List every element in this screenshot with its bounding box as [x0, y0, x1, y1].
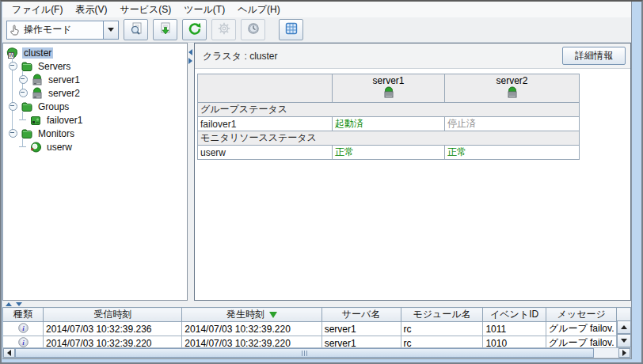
- tree-item-label: cluster: [22, 47, 53, 59]
- column-header-occurred-time[interactable]: 発生時刻: [182, 308, 322, 322]
- tree-item-server2[interactable]: server2: [3, 86, 187, 100]
- event-id-cell: 1011: [483, 322, 546, 336]
- tree-connector-line: [22, 112, 23, 120]
- cluster-status-table: server1 server2 グループステータス failover1 起動済 …: [197, 74, 580, 160]
- menu-service[interactable]: サービス(S): [113, 2, 177, 17]
- status-column-server1: server1: [333, 74, 445, 103]
- operation-mode-value: 操作モード: [21, 23, 103, 36]
- tree-item-label: failover1: [45, 115, 84, 126]
- scroll-right-button[interactable]: [618, 348, 630, 358]
- hand-icon: [9, 24, 21, 36]
- tree-item-server1[interactable]: server1: [3, 73, 187, 86]
- column-header-server-name[interactable]: サーバ名: [322, 308, 401, 322]
- reload-button[interactable]: [182, 19, 207, 40]
- detail-panel: クラスタ : cluster 詳細情報 server1 server2 グループ…: [194, 43, 631, 301]
- server-icon: [31, 74, 44, 86]
- cluster-tree: W cluster Servers server1: [3, 44, 187, 300]
- toolbar: 操作モード: [2, 17, 631, 43]
- status-row-name: userw: [198, 146, 333, 160]
- tree-item-label: server2: [47, 88, 82, 99]
- menu-help[interactable]: ヘルプ(H): [231, 2, 287, 17]
- menu-bar: ファイル(F) 表示(V) サービス(S) ツール(T) ヘルプ(H): [2, 2, 632, 17]
- detail-info-button[interactable]: 詳細情報: [562, 47, 626, 65]
- column-header-received-time[interactable]: 受信時刻: [44, 308, 182, 322]
- splitter-expand-right-icon[interactable]: [188, 58, 192, 64]
- server-icon: [506, 90, 519, 101]
- event-occurred-cell: 2014/07/03 10:32:39.220: [182, 322, 322, 336]
- status-value-cell: 正常: [333, 146, 445, 160]
- column-header-event-id[interactable]: イベントID: [483, 308, 546, 322]
- tree-item-servers[interactable]: Servers: [3, 59, 187, 73]
- column-header-message[interactable]: メッセージ: [546, 308, 617, 322]
- scroll-left-button[interactable]: [3, 348, 15, 358]
- detail-panel-header: クラスタ : cluster 詳細情報: [195, 44, 630, 69]
- splitter-expand-down-icon[interactable]: [16, 302, 22, 306]
- window-frame: ファイル(F) 表示(V) サービス(S) ツール(T) ヘルプ(H) 操作モー…: [0, 0, 643, 364]
- vertical-scroll-down-button[interactable]: [617, 334, 631, 347]
- tree-expand-toggle[interactable]: [9, 62, 17, 70]
- vertical-scroll-up-button[interactable]: [617, 320, 631, 334]
- server-icon: [382, 90, 395, 101]
- tree-item-label: Groups: [36, 101, 70, 112]
- splitter-collapse-left-icon[interactable]: [188, 49, 192, 55]
- collect-logs-button[interactable]: [153, 19, 177, 40]
- tree-item-label: Servers: [36, 61, 72, 72]
- tree-expand-toggle[interactable]: [19, 89, 28, 97]
- tree-item-cluster[interactable]: W cluster: [3, 46, 187, 59]
- status-value-cell: 起動済: [333, 117, 445, 131]
- grid-icon: [284, 21, 299, 39]
- server-column-label: server2: [447, 75, 576, 86]
- event-log-table: 種類 受信時刻 発生時刻 サーバ名 モジュール名 イベントID メッセージ i …: [2, 307, 631, 351]
- horizontal-scroll-thumb[interactable]: [15, 348, 594, 358]
- navigation-tree-panel: W cluster Servers server1: [2, 43, 188, 301]
- event-type-cell: i: [3, 322, 44, 336]
- status-value-cell: 正常: [445, 146, 580, 160]
- monitor-icon: [29, 141, 42, 154]
- tree-item-label: userw: [45, 142, 74, 153]
- tree-expand-toggle[interactable]: [19, 75, 28, 84]
- menu-view[interactable]: 表示(V): [69, 2, 113, 17]
- tree-item-failover1[interactable]: failover1: [3, 113, 187, 127]
- operation-mode-select[interactable]: 操作モード: [6, 21, 119, 40]
- menu-file[interactable]: ファイル(F): [6, 2, 69, 17]
- integrated-manager-button[interactable]: [279, 19, 303, 40]
- monitor-status-section-header: モニタリソースステータス: [198, 131, 580, 146]
- splitter-collapse-up-icon[interactable]: [6, 302, 12, 306]
- svg-text:W: W: [9, 52, 14, 58]
- column-header-type[interactable]: 種類: [3, 308, 44, 322]
- clock-icon: [246, 21, 261, 39]
- group-icon: [29, 114, 42, 127]
- menu-tool[interactable]: ツール(T): [177, 2, 231, 17]
- settings-button[interactable]: [211, 19, 236, 40]
- horizontal-splitter[interactable]: [2, 301, 631, 307]
- gear-icon: [217, 21, 231, 39]
- status-corner-cell: [198, 74, 333, 103]
- event-server-cell: server1: [322, 322, 401, 336]
- status-column-server2: server2: [445, 74, 580, 103]
- tree-item-userw[interactable]: userw: [3, 140, 187, 154]
- tree-item-monitors[interactable]: Monitors: [3, 127, 187, 140]
- search-document-icon: [129, 21, 143, 39]
- vertical-splitter[interactable]: [188, 43, 194, 301]
- tree-expand-toggle[interactable]: [9, 102, 17, 111]
- server-column-label: server1: [335, 75, 442, 86]
- search-button[interactable]: [124, 19, 148, 40]
- tree-item-groups[interactable]: Groups: [3, 100, 187, 113]
- scroll-right-icon: [622, 350, 626, 356]
- column-header-scrollbar-filler: [617, 308, 631, 322]
- download-document-icon: [158, 21, 173, 39]
- column-header-module-name[interactable]: モジュール名: [401, 308, 483, 322]
- scroll-up-icon: [621, 325, 627, 329]
- panel-title: クラスタ : cluster: [203, 44, 277, 69]
- combo-dropdown-arrow[interactable]: [103, 21, 118, 39]
- tree-expand-toggle[interactable]: [9, 129, 17, 138]
- status-value-cell: 停止済: [445, 117, 580, 131]
- time-info-button[interactable]: [241, 19, 265, 40]
- horizontal-scrollbar[interactable]: [2, 347, 631, 358]
- status-row-failover1: failover1 起動済 停止済: [198, 117, 580, 131]
- event-received-cell: 2014/07/03 10:32:39.236: [44, 322, 182, 336]
- event-row-1[interactable]: i 2014/07/03 10:32:39.236 2014/07/03 10:…: [3, 322, 631, 336]
- tree-item-label: server1: [47, 74, 82, 85]
- scroll-left-icon: [7, 350, 11, 356]
- scroll-down-icon: [621, 339, 627, 343]
